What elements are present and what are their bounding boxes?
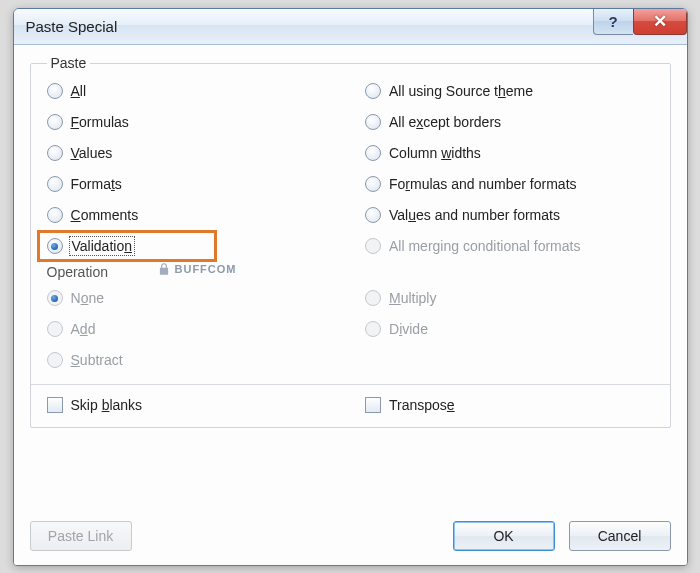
operation-none-label: None <box>71 290 105 306</box>
paste-values-label: Values <box>71 145 113 161</box>
paste-validation-radio[interactable]: Validation <box>47 236 336 256</box>
window-title: Paste Special <box>26 18 118 35</box>
radio-icon <box>47 352 63 368</box>
cancel-button[interactable]: Cancel <box>569 521 671 551</box>
paste-values-radio[interactable]: Values <box>47 143 336 163</box>
radio-icon <box>365 207 381 223</box>
paste-formulas-label: Formulas <box>71 114 129 130</box>
paste-formulas-radio[interactable]: Formulas <box>47 112 336 132</box>
radio-icon <box>365 114 381 130</box>
paste-all-source-theme-radio[interactable]: All using Source theme <box>365 81 654 101</box>
titlebar[interactable]: Paste Special ? ✕ <box>14 9 687 45</box>
operation-add-label: Add <box>71 321 96 337</box>
radio-icon <box>47 145 63 161</box>
operation-subtract-radio: Subtract <box>47 350 336 370</box>
paste-formats-radio[interactable]: Formats <box>47 174 336 194</box>
button-row: Paste Link OK Cancel <box>30 511 671 551</box>
paste-comments-radio[interactable]: Comments <box>47 205 336 225</box>
paste-all-except-borders-radio[interactable]: All except borders <box>365 112 654 132</box>
radio-icon <box>365 290 381 306</box>
paste-all-label: All <box>71 83 87 99</box>
skip-blanks-checkbox[interactable]: Skip blanks <box>47 395 336 415</box>
checkbox-icon <box>47 397 63 413</box>
radio-icon <box>365 83 381 99</box>
radio-icon <box>47 238 63 254</box>
operation-multiply-radio: Multiply <box>365 288 654 308</box>
operation-divide-label: Divide <box>389 321 428 337</box>
paste-values-number-formats-radio[interactable]: Values and number formats <box>365 205 654 225</box>
paste-values-number-formats-label: Values and number formats <box>389 207 560 223</box>
transpose-checkbox[interactable]: Transpose <box>365 395 654 415</box>
radio-icon <box>47 176 63 192</box>
paste-validation-label: Validation <box>71 238 133 254</box>
skip-blanks-label: Skip blanks <box>71 397 143 413</box>
radio-icon <box>47 321 63 337</box>
operation-group: Operation BUFFCOM NoneAddSubtract Multip… <box>47 264 654 370</box>
radio-icon <box>47 114 63 130</box>
paste-formulas-number-formats-radio[interactable]: Formulas and number formats <box>365 174 654 194</box>
paste-formulas-number-formats-label: Formulas and number formats <box>389 176 577 192</box>
paste-column-widths-radio[interactable]: Column widths <box>365 143 654 163</box>
operation-none-radio: None <box>47 288 336 308</box>
radio-icon <box>47 83 63 99</box>
close-icon: ✕ <box>653 11 667 32</box>
paste-legend: Paste <box>47 55 91 71</box>
paste-link-button: Paste Link <box>30 521 132 551</box>
operation-subtract-label: Subtract <box>71 352 123 368</box>
radio-icon <box>365 321 381 337</box>
radio-icon <box>365 176 381 192</box>
help-button[interactable]: ? <box>593 8 633 35</box>
operation-divide-radio: Divide <box>365 319 654 339</box>
paste-all-source-theme-label: All using Source theme <box>389 83 533 99</box>
operation-add-radio: Add <box>47 319 336 339</box>
titlebar-controls: ? ✕ <box>593 8 687 35</box>
paste-formats-label: Formats <box>71 176 122 192</box>
checkbox-icon <box>365 397 381 413</box>
paste-column-widths-label: Column widths <box>389 145 481 161</box>
ok-button[interactable]: OK <box>453 521 555 551</box>
close-button[interactable]: ✕ <box>633 8 687 35</box>
paste-special-dialog: Paste Special ? ✕ Paste AllFormulasValue… <box>13 8 688 566</box>
operation-legend: Operation <box>47 264 654 280</box>
radio-icon <box>365 145 381 161</box>
paste-group: Paste AllFormulasValuesFormatsCommentsVa… <box>30 55 671 428</box>
transpose-label: Transpose <box>389 397 455 413</box>
paste-merge-conditional-radio: All merging conditional formats <box>365 236 654 256</box>
client-area: Paste AllFormulasValuesFormatsCommentsVa… <box>14 45 687 565</box>
paste-all-except-borders-label: All except borders <box>389 114 501 130</box>
paste-merge-conditional-label: All merging conditional formats <box>389 238 580 254</box>
paste-comments-label: Comments <box>71 207 139 223</box>
paste-all-radio[interactable]: All <box>47 81 336 101</box>
radio-icon <box>47 207 63 223</box>
watermark: BUFFCOM <box>157 262 237 276</box>
operation-multiply-label: Multiply <box>389 290 436 306</box>
radio-icon <box>365 238 381 254</box>
radio-icon <box>47 290 63 306</box>
watermark-icon <box>157 262 171 276</box>
help-icon: ? <box>608 13 617 30</box>
